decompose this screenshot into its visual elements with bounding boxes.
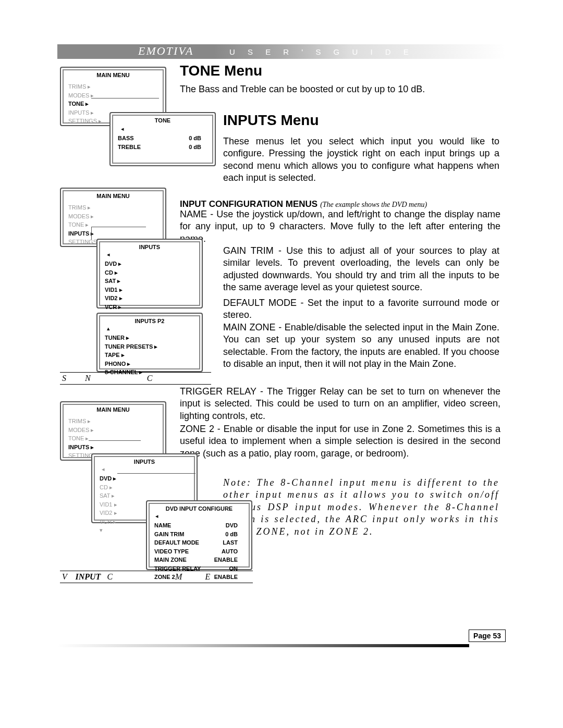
cfg-default-val: LAST bbox=[223, 538, 238, 547]
caption-1: S N C bbox=[60, 372, 211, 385]
inputs-phono: PHONO bbox=[105, 360, 194, 368]
tone-body: The Bass and Treble can be boosted or cu… bbox=[180, 83, 451, 95]
zone2-para: ZONE 2 - Enable or disable the input for… bbox=[180, 423, 500, 460]
gain-para: GAIN TRIM - Use this to adjust all of yo… bbox=[223, 245, 499, 294]
default-para: DEFAULT MODE - Set the input to a favori… bbox=[223, 297, 499, 322]
menu-modes-2: MODES bbox=[68, 212, 158, 221]
cfg-default-lbl: DEFAULT MODE bbox=[154, 538, 199, 547]
osd-main-menu-2: MAIN MENU TRIMS MODES TONE INPUTS SETTIN… bbox=[60, 188, 166, 247]
cfg-mainzone-lbl: MAIN ZONE bbox=[154, 556, 187, 564]
inputs-tuner-presets: TUNER PRESETS bbox=[105, 342, 194, 351]
menu-trims: TRIMS bbox=[68, 82, 158, 91]
inputs-tape: TAPE bbox=[105, 351, 194, 360]
osd-inputs-title: INPUTS bbox=[97, 244, 202, 250]
trigger-para: TRIGGER RELAY - The Trigger Relay can be… bbox=[180, 386, 500, 422]
cfg-name-val: DVD bbox=[226, 521, 238, 530]
cfg-gain-lbl: GAIN TRIM bbox=[154, 530, 184, 539]
cfg-video-val: AUTO bbox=[222, 547, 238, 556]
menu-tone-selected: TONE bbox=[68, 100, 158, 108]
osd-inputs-p2-menu: INPUTS P2 ▴ TUNER TUNER PRESETS TAPE PHO… bbox=[96, 313, 203, 372]
cfg-mainzone-val: ENABLE bbox=[214, 556, 238, 564]
main-zone-para: MAIN ZONE - Enable/disable the selected … bbox=[223, 322, 499, 371]
inputs-sat-3: SAT bbox=[100, 491, 189, 500]
menu-modes-3: MODES bbox=[68, 426, 158, 435]
osd-main-title-2: MAIN MENU bbox=[61, 193, 165, 199]
menu-inputs-selected-2: INPUTS bbox=[68, 229, 158, 238]
osd-inputs-menu: INPUTS ◂ DVD CD SAT VID1 VID2 VCR ▾ bbox=[96, 239, 203, 309]
osd-inputs-p2-title: INPUTS P2 bbox=[97, 318, 202, 324]
cfg-name-lbl: NAME bbox=[154, 521, 171, 530]
inputs-vcr: VCR bbox=[105, 303, 194, 312]
menu-tone-3: TONE bbox=[68, 434, 158, 443]
tone-heading: TONE Menu bbox=[180, 63, 262, 79]
osd-main-title-3: MAIN MENU bbox=[61, 406, 165, 413]
config-title: INPUT CONFIGURATION MENUS bbox=[180, 199, 317, 209]
page-number: Page 53 bbox=[469, 630, 506, 642]
inputs-tuner: TUNER bbox=[105, 334, 194, 342]
inputs-vid1: VID1 bbox=[105, 286, 194, 294]
osd-main-menu-3: MAIN MENU TRIMS MODES TONE INPUTS SETTIN… bbox=[60, 401, 166, 461]
menu-trims-3: TRIMS bbox=[68, 417, 158, 426]
menu-tone-2: TONE bbox=[68, 220, 158, 229]
osd-dvd-config-title: DVD INPUT CONFIGURE bbox=[147, 505, 251, 512]
osd-inputs-title-3: INPUTS bbox=[92, 459, 197, 465]
inputs-dvd-3: DVD bbox=[100, 474, 189, 483]
caption-2: V INPUT C M E bbox=[60, 571, 253, 583]
name-para: NAME - Use the joystick up/down, and lef… bbox=[180, 208, 500, 245]
cfg-gain-val: 0 dB bbox=[225, 530, 238, 539]
cfg-video-lbl: VIDEO TYPE bbox=[154, 547, 189, 556]
inputs-heading: INPUTS Menu bbox=[223, 112, 319, 129]
header-bar: EMOTIVA U S E R ' S G U I D E bbox=[57, 44, 506, 59]
tone-bass-val: 0 dB bbox=[189, 134, 201, 143]
osd-main-title: MAIN MENU bbox=[61, 72, 165, 78]
osd-tone-title: TONE bbox=[111, 117, 215, 124]
inputs-cd: CD bbox=[105, 268, 194, 277]
inputs-cd-3: CD bbox=[100, 483, 189, 492]
tone-treble: TREBLE bbox=[118, 143, 141, 152]
header-subtitle: U S E R ' S G U I D E bbox=[229, 47, 414, 56]
tone-treble-val: 0 dB bbox=[189, 143, 201, 152]
osd-tone-menu: TONE ◂ BASS0 dB TREBLE0 dB bbox=[109, 112, 216, 166]
tone-bass: BASS bbox=[118, 134, 134, 143]
note-para: Note: The 8-Channel input menu is differ… bbox=[223, 477, 499, 538]
config-title-note: (The example shows the DVD menu) bbox=[320, 201, 427, 208]
inputs-vid2: VID2 bbox=[105, 294, 194, 303]
brand-logo: EMOTIVA bbox=[138, 44, 193, 58]
inputs-intro: These menus let you select which input y… bbox=[223, 135, 499, 184]
menu-inputs-selected-3: INPUTS bbox=[68, 443, 158, 452]
menu-trims-2: TRIMS bbox=[68, 203, 158, 212]
inputs-dvd: DVD bbox=[105, 260, 194, 268]
inputs-sat: SAT bbox=[105, 277, 194, 286]
footer-bar bbox=[57, 644, 469, 647]
osd-dvd-config: DVD INPUT CONFIGURE ◂ NAMEDVD GAIN TRIM0… bbox=[146, 500, 252, 570]
